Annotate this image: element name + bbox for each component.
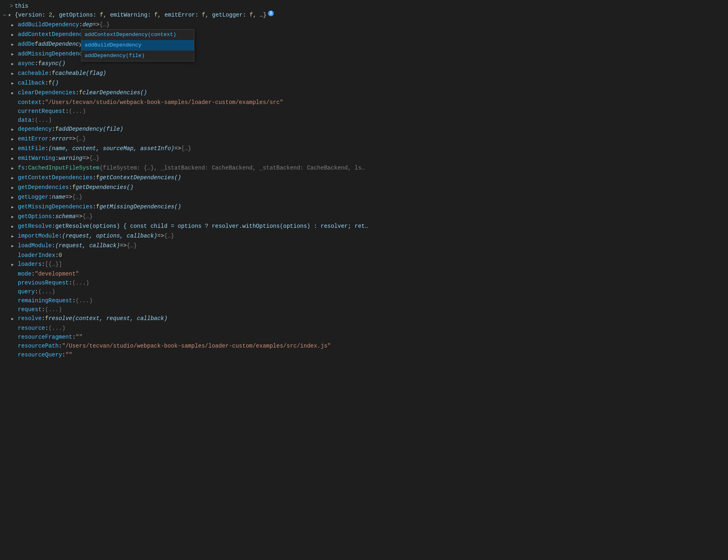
triangle-callback[interactable]	[11, 78, 18, 88]
autocomplete-item-2[interactable]: addDependency(file)	[81, 51, 194, 61]
val-getDependencies: getDependencies()	[76, 183, 134, 192]
val-resourceFragment: ""	[76, 333, 83, 342]
triangle-importModule[interactable]	[11, 231, 18, 241]
prop-callback: callback : f ()	[0, 78, 728, 88]
key-getLogger: getLogger	[18, 193, 49, 202]
key-currentRequest: currentRequest	[18, 107, 66, 116]
prop-emitWarning: emitWarning : warning => {…}	[0, 154, 728, 163]
key-resource: resource	[18, 324, 45, 333]
arrow-prefix: >	[10, 2, 13, 11]
key-getOptions: getOptions	[18, 212, 52, 221]
triangle-async[interactable]	[11, 59, 18, 69]
val-getContextDependencies: getContextDependencies()	[100, 173, 181, 182]
triangle-getMissingDependencies[interactable]	[11, 202, 18, 212]
val-getOptions: schema	[55, 212, 75, 221]
val-importModule: (request, options, callback)	[62, 231, 157, 240]
val-emitFile: (name, content, sourceMap, assetInfo)	[49, 144, 175, 153]
val-resolve: resolve(context, request, callback)	[49, 314, 168, 323]
triangle-getDependencies[interactable]	[11, 183, 18, 193]
triangle-cacheable[interactable]	[11, 69, 18, 78]
key-addBuildDependency: addBuildDependency	[18, 20, 79, 29]
key-emitFile: emitFile	[18, 144, 45, 153]
triangle-getResolve[interactable]	[11, 222, 18, 231]
prop-fs: fs : CachedInputFileSystem {fileSystem: …	[0, 163, 728, 173]
prop-data: data : (...)	[0, 116, 728, 125]
triangle-dependency[interactable]	[11, 125, 18, 134]
prop-mode: mode : "development"	[0, 269, 728, 278]
key-loaders: loaders	[18, 260, 42, 269]
triangle-loaders[interactable]	[11, 260, 18, 269]
val-addBuildDependency: dep	[83, 20, 93, 29]
object-header-line: ← {version: 2, getOptions: f, emitWarnin…	[0, 11, 728, 20]
autocomplete-popup: addContextDependency(context) addBuildDe…	[81, 29, 194, 62]
triangle-addContextDependency[interactable]	[11, 30, 18, 40]
triangle-fs[interactable]	[11, 163, 18, 173]
val-loaderIndex: 0	[59, 251, 62, 260]
key-addMissingDependency: addMissingDependency	[18, 49, 86, 58]
triangle-getLogger[interactable]	[11, 193, 18, 202]
prop-dependency: dependency : f addDependency(file)	[0, 125, 728, 134]
prop-clearDependencies: clearDependencies : f clearDependencies(…	[0, 88, 728, 98]
triangle-emitWarning[interactable]	[11, 154, 18, 163]
key-resourcePath: resourcePath	[18, 342, 59, 350]
val-emitWarning: warning	[59, 154, 83, 163]
prop-resourceQuery: resourceQuery : ""	[0, 350, 728, 359]
console-container: > this ← {version: 2, getOptions: f, emi…	[0, 0, 728, 560]
key-emitError: emitError	[18, 134, 49, 143]
prop-resourcePath: resourcePath : "/Users/tecvan/studio/web…	[0, 342, 728, 350]
val-mode: "development"	[35, 269, 79, 278]
key-clearDependencies: clearDependencies	[18, 88, 76, 97]
key-remainingRequest: remainingRequest	[18, 296, 72, 305]
triangle-addDependency[interactable]	[11, 40, 18, 49]
header-this-line: > this	[0, 2, 728, 11]
prop-emitError: emitError : error => {…}	[0, 134, 728, 144]
expand-triangle[interactable]	[8, 11, 15, 20]
key-resolve: resolve	[18, 314, 42, 323]
val-data: (...)	[35, 116, 52, 125]
val-async: async()	[42, 59, 66, 68]
val-cacheable: cacheable(flag)	[55, 69, 106, 78]
key-cacheable: cacheable	[18, 69, 49, 78]
val-resource: (...)	[49, 324, 66, 333]
prop-request: request : (...)	[0, 305, 728, 314]
prop-resource: resource : (...)	[0, 324, 728, 333]
triangle-loadModule[interactable]	[11, 241, 18, 251]
key-data: data	[18, 116, 32, 125]
key-getContextDependencies: getContextDependencies	[18, 173, 93, 182]
key-dependency: dependency	[18, 125, 52, 134]
key-mode: mode	[18, 269, 32, 278]
triangle-getOptions[interactable]	[11, 212, 18, 222]
key-addDependency: addDe	[18, 40, 35, 49]
val-resourcePath: "/Users/tecvan/studio/webpack-book-sampl…	[62, 342, 331, 350]
prop-getResolve: getResolve : getResolve(options) { const…	[0, 222, 728, 231]
prop-getDependencies: getDependencies : f getDependencies()	[0, 183, 728, 193]
triangle-getContextDependencies[interactable]	[11, 173, 18, 183]
info-icon[interactable]: i	[268, 11, 274, 16]
triangle-resolve[interactable]	[11, 314, 18, 324]
triangle-emitError[interactable]	[11, 134, 18, 144]
key-resourceFragment: resourceFragment	[18, 333, 72, 342]
autocomplete-item-1[interactable]: addBuildDependency	[81, 40, 194, 51]
this-label: this	[15, 2, 28, 11]
triangle-emitFile[interactable]	[11, 144, 18, 154]
val-loadModule: (request, callback)	[55, 241, 120, 250]
val-remainingRequest: (...)	[76, 296, 93, 305]
triangle-addBuildDependency[interactable]	[11, 20, 18, 30]
val-fs-obj: {fileSystem: {…}, _lstatBackend: CacheBa…	[100, 163, 365, 172]
prop-loadModule: loadModule : (request, callback) => {…}	[0, 241, 728, 251]
key-context: context	[18, 98, 42, 107]
key-loaderIndex: loaderIndex	[18, 251, 55, 260]
autocomplete-item-0[interactable]: addContextDependency(context)	[81, 30, 194, 40]
triangle-clearDependencies[interactable]	[11, 88, 18, 98]
prop-currentRequest: currentRequest : (...)	[0, 107, 728, 116]
key-previousRequest: previousRequest	[18, 278, 69, 287]
triangle-addMissingDependency[interactable]	[11, 49, 18, 59]
key-getResolve: getResolve	[18, 222, 52, 231]
key-emitWarning: emitWarning	[18, 154, 55, 163]
prop-getOptions: getOptions : schema => {…}	[0, 212, 728, 222]
val-request: (...)	[45, 305, 62, 314]
prop-loaderIndex: loaderIndex : 0	[0, 251, 728, 260]
return-arrow: ←	[3, 11, 6, 19]
prop-query: query : (...)	[0, 287, 728, 296]
prop-context: context : "/Users/tecvan/studio/webpack-…	[0, 98, 728, 107]
